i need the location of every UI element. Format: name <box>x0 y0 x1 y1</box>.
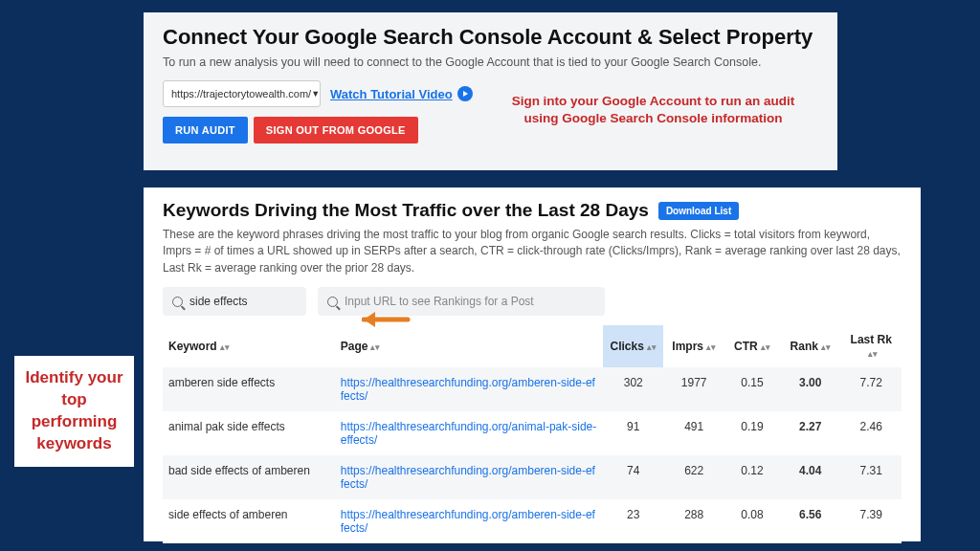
page-link[interactable]: https://healthresearchfunding.org/ambere… <box>341 376 595 403</box>
connect-subtitle: To run a new analysis you will need to c… <box>163 55 818 69</box>
cell-clicks: 302 <box>603 367 663 411</box>
cell-imprs: 288 <box>663 499 724 543</box>
sort-icon: ▴▾ <box>821 345 831 350</box>
cell-lastrk: 7.31 <box>840 455 902 499</box>
keywords-header-row: Keywords Driving the Most Traffic over t… <box>163 200 902 221</box>
sort-icon: ▴▾ <box>706 345 716 350</box>
keyword-search-input[interactable]: side effects <box>163 287 306 316</box>
table-row: bad side effects of amberen https://heal… <box>163 455 902 499</box>
cell-keyword: side effects of amberen <box>163 499 335 543</box>
tutorial-link-text: Watch Tutorial Video <box>330 87 453 101</box>
cell-clicks: 23 <box>603 499 663 543</box>
play-icon <box>457 86 473 101</box>
property-select[interactable]: https://trajectorytowealth.com/ ▼ <box>163 80 321 107</box>
signin-note: Sign into your Google Account to run an … <box>498 93 809 127</box>
cell-rank: 4.04 <box>780 455 840 499</box>
search-icon <box>327 297 338 307</box>
cell-ctr: 0.19 <box>724 411 780 455</box>
caret-down-icon: ▼ <box>311 89 320 99</box>
cell-rank: 3.00 <box>780 367 840 411</box>
keywords-title: Keywords Driving the Most Traffic over t… <box>163 200 649 221</box>
col-ctr[interactable]: CTR▴▾ <box>724 325 780 367</box>
table-row: amberen side effects https://healthresea… <box>163 367 902 411</box>
col-page[interactable]: Page▴▾ <box>335 325 603 367</box>
url-search-placeholder: Input URL to see Rankings for a Post <box>345 295 534 308</box>
cell-keyword: amberen side effects <box>163 367 335 411</box>
sort-icon: ▴▾ <box>647 345 657 350</box>
property-value: https://trajectorytowealth.com/ <box>171 88 311 99</box>
cell-rank: 6.56 <box>780 499 840 543</box>
search-icon <box>172 297 183 307</box>
url-search-input[interactable]: Input URL to see Rankings for a Post <box>318 287 605 316</box>
sort-icon: ▴▾ <box>370 345 380 350</box>
connect-panel: Connect Your Google Search Console Accou… <box>144 12 837 170</box>
cell-lastrk: 2.46 <box>840 411 902 455</box>
run-audit-button[interactable]: RUN AUDIT <box>163 117 248 143</box>
table-row: animal pak side effects https://healthre… <box>163 411 902 455</box>
page-link[interactable]: https://healthresearchfunding.org/animal… <box>341 420 596 447</box>
keywords-description: These are the keyword phrases driving th… <box>163 227 902 276</box>
sort-icon: ▴▾ <box>761 345 770 350</box>
sign-out-button[interactable]: SIGN OUT FROM GOOGLE <box>254 117 418 143</box>
cell-rank: 2.27 <box>780 411 840 455</box>
page-link[interactable]: https://healthresearchfunding.org/ambere… <box>341 508 595 535</box>
cell-page: https://healthresearchfunding.org/ambere… <box>335 499 603 543</box>
keywords-panel: Keywords Driving the Most Traffic over t… <box>144 187 921 541</box>
table-row: side effects of amberen https://healthre… <box>163 499 902 543</box>
cell-imprs: 1977 <box>663 367 724 411</box>
cell-page: https://healthresearchfunding.org/animal… <box>335 411 603 455</box>
cell-keyword: animal pak side effects <box>163 411 335 455</box>
cell-lastrk: 7.39 <box>840 499 902 543</box>
cell-page: https://healthresearchfunding.org/ambere… <box>335 367 603 411</box>
cell-imprs: 622 <box>663 455 724 499</box>
sort-icon: ▴▾ <box>868 352 878 357</box>
keywords-table: Keyword▴▾ Page▴▾ Clicks▴▾ Imprs▴▾ CTR▴▾ … <box>163 325 902 543</box>
col-lastrk[interactable]: Last Rk▴▾ <box>840 325 902 367</box>
search-row: side effects Input URL to see Rankings f… <box>163 287 902 316</box>
col-imprs[interactable]: Imprs▴▾ <box>663 325 724 367</box>
sort-icon: ▴▾ <box>220 345 230 350</box>
download-list-button[interactable]: Download List <box>658 202 739 220</box>
tutorial-link[interactable]: Watch Tutorial Video <box>330 86 473 101</box>
keyword-search-value: side effects <box>189 295 247 308</box>
cell-keyword: bad side effects of amberen <box>163 455 335 499</box>
cell-imprs: 491 <box>663 411 724 455</box>
cell-ctr: 0.15 <box>724 367 780 411</box>
col-clicks[interactable]: Clicks▴▾ <box>603 325 663 367</box>
col-keyword[interactable]: Keyword▴▾ <box>163 325 335 367</box>
page-link[interactable]: https://healthresearchfunding.org/ambere… <box>341 464 595 491</box>
cell-lastrk: 7.72 <box>840 367 902 411</box>
callout-annotation: Identify your top performing keywords <box>14 356 134 467</box>
cell-ctr: 0.08 <box>724 499 780 543</box>
cell-clicks: 91 <box>603 411 663 455</box>
cell-page: https://healthresearchfunding.org/ambere… <box>335 455 603 499</box>
cell-clicks: 74 <box>603 455 663 499</box>
connect-title: Connect Your Google Search Console Accou… <box>163 25 818 50</box>
col-rank[interactable]: Rank▴▾ <box>780 325 840 367</box>
cell-ctr: 0.12 <box>724 455 780 499</box>
